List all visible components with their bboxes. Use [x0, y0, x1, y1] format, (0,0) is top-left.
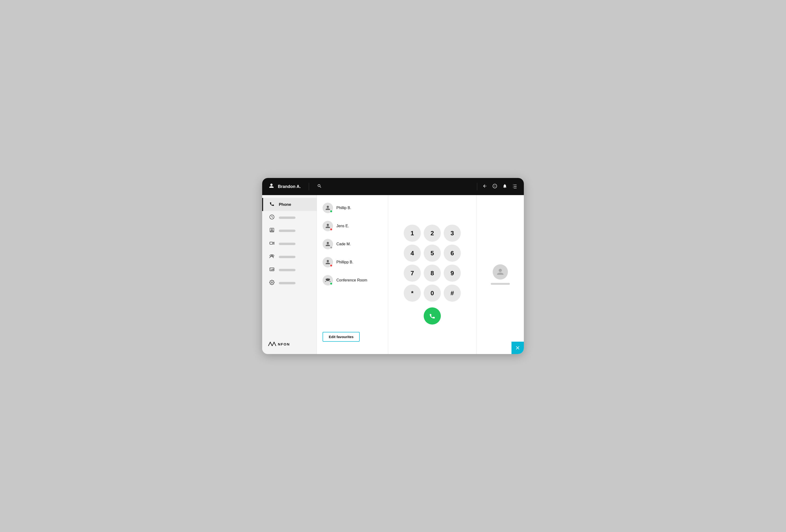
- settings-icon: [269, 280, 275, 286]
- nfon-logo-text: NFON: [278, 342, 290, 346]
- contact-name: Conference Room: [337, 278, 367, 282]
- topbar-right: [477, 183, 517, 190]
- sidebar-intercom-placeholder: [279, 269, 296, 271]
- dial-key-9[interactable]: 9: [444, 264, 461, 282]
- edit-favourites-button[interactable]: Edit favourites: [323, 332, 360, 342]
- topbar: Brandon A.: [262, 178, 524, 195]
- svg-rect-3: [270, 242, 273, 244]
- dial-key-1[interactable]: 1: [404, 225, 421, 242]
- video-icon: [269, 240, 275, 247]
- list-item[interactable]: Cade M.: [317, 235, 388, 253]
- sidebar-item-video[interactable]: [262, 237, 317, 250]
- phone-icon: [269, 201, 275, 208]
- sidebar-video-placeholder: [279, 243, 296, 245]
- close-corner-button[interactable]: [511, 342, 524, 354]
- topbar-username: Brandon A.: [278, 184, 301, 189]
- contact-name: Jens E.: [337, 224, 349, 228]
- contact-name: Phillip B.: [337, 206, 351, 210]
- favorites-list: Phillip B. Jens E. Cade M.: [317, 199, 388, 323]
- groups-icon: [269, 254, 275, 260]
- avatar: [323, 275, 333, 285]
- right-panel-avatar: [493, 264, 508, 280]
- sidebar-contacts-placeholder: [279, 230, 296, 232]
- contacts-icon: [269, 228, 275, 234]
- intercom-icon: [269, 267, 275, 273]
- avatar: [323, 257, 333, 268]
- main-layout: Phone: [262, 195, 524, 354]
- dial-key-8[interactable]: 8: [424, 264, 441, 282]
- status-dot-red: [330, 228, 332, 231]
- avatar: [323, 221, 333, 231]
- svg-point-12: [327, 278, 329, 280]
- clock-icon: [269, 214, 275, 221]
- favorites-panel: Phillip B. Jens E. Cade M.: [317, 195, 388, 354]
- edit-favourites-container: Edit favourites: [317, 323, 388, 350]
- sidebar-settings-placeholder: [279, 282, 296, 284]
- topbar-divider: [309, 183, 309, 190]
- svg-point-9: [271, 282, 273, 283]
- status-dot-green: [330, 282, 332, 285]
- call-button[interactable]: [424, 307, 441, 325]
- svg-point-10: [326, 279, 327, 280]
- filter-icon[interactable]: [512, 184, 517, 190]
- contact-name: Cade M.: [337, 242, 351, 246]
- dial-key-7[interactable]: 7: [404, 264, 421, 282]
- dial-key-hash[interactable]: #: [444, 284, 461, 302]
- dial-key-2[interactable]: 2: [424, 225, 441, 242]
- svg-point-8: [273, 269, 274, 270]
- sidebar-item-phone[interactable]: Phone: [262, 198, 317, 211]
- right-panel: [476, 195, 524, 354]
- status-dot-gray: [330, 246, 332, 249]
- dial-key-4[interactable]: 4: [404, 245, 421, 262]
- right-panel-name-placeholder: [491, 283, 510, 285]
- topbar-left: Brandon A.: [269, 183, 322, 190]
- list-item[interactable]: Phillipp B.: [317, 253, 388, 271]
- search-icon[interactable]: [317, 184, 322, 190]
- notification-icon[interactable]: [503, 184, 507, 190]
- contact-name: Phillipp B.: [337, 260, 353, 264]
- sidebar-phone-label: Phone: [279, 202, 291, 207]
- dial-key-6[interactable]: 6: [444, 245, 461, 262]
- sidebar-item-intercom[interactable]: [262, 263, 317, 276]
- dial-key-3[interactable]: 3: [444, 225, 461, 242]
- dial-key-0[interactable]: 0: [424, 284, 441, 302]
- status-dot-green: [330, 210, 332, 213]
- avatar: [323, 203, 333, 213]
- minus-icon[interactable]: [492, 184, 497, 190]
- sidebar-item-groups[interactable]: [262, 250, 317, 263]
- sidebar: Phone: [262, 195, 317, 354]
- call-button-container: [424, 307, 441, 325]
- list-item[interactable]: Phillip B.: [317, 199, 388, 217]
- avatar: [323, 239, 333, 249]
- dialpad-grid: 1 2 3 4 5 6 7 8 9 * 0 #: [404, 225, 461, 302]
- sidebar-item-history[interactable]: [262, 211, 317, 224]
- dial-key-star[interactable]: *: [404, 284, 421, 302]
- sidebar-item-contacts[interactable]: [262, 224, 317, 237]
- sidebar-groups-placeholder: [279, 256, 296, 258]
- status-dot-red: [330, 264, 332, 267]
- dial-key-5[interactable]: 5: [424, 245, 441, 262]
- list-item[interactable]: Jens E.: [317, 217, 388, 235]
- sidebar-history-placeholder: [279, 216, 296, 219]
- list-item[interactable]: Conference Room: [317, 271, 388, 289]
- back-icon[interactable]: [482, 184, 487, 190]
- dialpad-panel: 1 2 3 4 5 6 7 8 9 * 0 #: [388, 195, 476, 354]
- user-icon: [269, 183, 274, 190]
- svg-point-11: [328, 279, 330, 280]
- sidebar-item-settings[interactable]: [262, 276, 317, 290]
- sidebar-logo: NFON: [262, 337, 317, 351]
- topbar-right-divider: [477, 183, 477, 190]
